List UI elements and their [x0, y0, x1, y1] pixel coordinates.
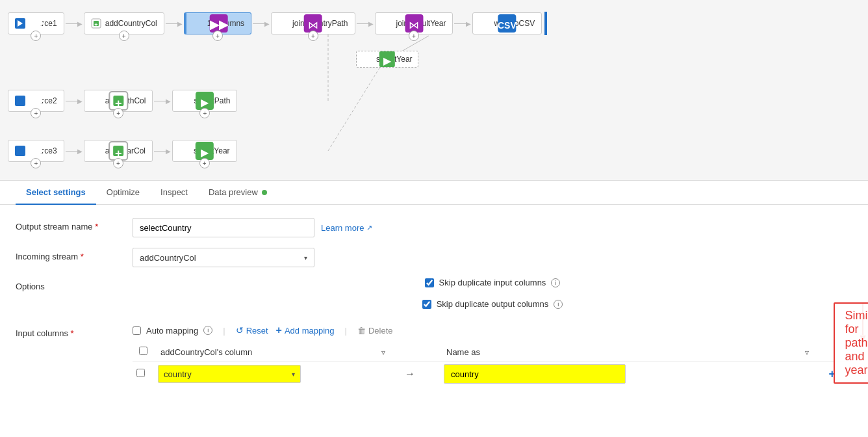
skip-output-row: Skip duplicate output columns i	[422, 299, 563, 309]
data-preview-dot	[262, 190, 267, 195]
node-label: joinCountryPath	[292, 19, 348, 28]
svg-text:+: +	[94, 21, 97, 28]
tab-optimize[interactable]: Optimize	[96, 181, 150, 205]
tab-data-preview[interactable]: Data preview	[198, 181, 277, 205]
plus-btn[interactable]: +	[199, 158, 210, 168]
floating-icon: ▶	[362, 54, 372, 64]
annotation-box: Similar for path and year	[834, 302, 868, 384]
node-label: addYearCol	[105, 146, 146, 155]
auto-mapping-info-icon[interactable]: i	[203, 326, 212, 335]
join-icon: ⋈	[278, 18, 288, 29]
plus-btn[interactable]: +	[113, 158, 123, 168]
annotation-container: Similar for path and year ▼	[858, 302, 868, 344]
plus-btn[interactable]: +	[31, 31, 41, 41]
plus-btn[interactable]: +	[409, 31, 419, 41]
input-columns-row: Input columns * Auto mapping i | ↺ Reset…	[16, 324, 852, 386]
trash-icon: 🗑	[357, 326, 366, 336]
selectpath-icon: ▶	[179, 96, 190, 106]
skip-output-checkbox[interactable]	[422, 300, 431, 309]
addpath-icon: +	[91, 96, 101, 106]
incoming-stream-content: addCountryCol ▾	[133, 248, 852, 267]
tabs-bar: Select settings Optimize Inspect Data pr…	[0, 181, 868, 205]
node-addYearCol[interactable]: + addYearCol +	[84, 140, 153, 162]
skip-input-info-icon[interactable]: i	[551, 278, 560, 287]
node-source1[interactable]: source1 +	[8, 12, 64, 34]
right-border	[544, 12, 547, 35]
row-checkbox[interactable]	[136, 369, 145, 377]
minimize-button[interactable]: —	[843, 176, 855, 181]
source3-icon	[15, 146, 25, 156]
skip-input-row: Skip duplicate input columns i	[425, 278, 561, 287]
node-label: source3	[29, 146, 57, 155]
node-joinCountryPath[interactable]: ⋈ joinCountryPath +	[271, 12, 355, 34]
output-stream-content: selectCountry Learn more ↗	[133, 218, 852, 237]
output-stream-row: Output stream name * selectCountry Learn…	[16, 218, 852, 237]
select-all-checkbox[interactable]	[139, 347, 147, 355]
arrow-2: ▶	[166, 20, 183, 27]
addyear-icon: +	[91, 146, 101, 156]
plus-icon: +	[276, 324, 282, 336]
plus-btn[interactable]: +	[212, 31, 223, 41]
selectyear-icon: ▶	[179, 146, 190, 156]
tab-inspect[interactable]: Inspect	[150, 181, 198, 205]
plus-btn[interactable]: +	[31, 158, 41, 168]
svg-rect-4	[92, 19, 101, 28]
node-addCountryCol[interactable]: + addCountryCol +	[84, 12, 164, 34]
auto-mapping-checkbox[interactable]	[133, 326, 141, 335]
floating-label: selectYear	[376, 55, 413, 64]
node-source2[interactable]: source2 +	[8, 90, 64, 112]
join2-icon: ⋈	[382, 18, 392, 29]
arrow-6: ▶	[66, 98, 83, 105]
separator: |	[223, 326, 225, 336]
auto-mapping-row: Auto mapping i	[133, 326, 212, 336]
plus-btn[interactable]: +	[31, 108, 41, 118]
column-select-wrapper: country ▾	[158, 365, 371, 383]
column-select[interactable]: country ▾	[158, 365, 301, 383]
node-joinResultYear[interactable]: ⋈ joinResultYear +	[375, 12, 453, 34]
filter-icon[interactable]: ▿	[381, 348, 385, 357]
select-icon: ▶▶	[193, 18, 203, 29]
dropdown-chevron: ▾	[292, 371, 295, 378]
svg-rect-5	[94, 21, 99, 26]
external-link-icon: ↗	[366, 224, 372, 232]
node-selectPath[interactable]: ▶ selectPath +	[172, 90, 237, 112]
node-label: writeToCSV	[494, 19, 535, 28]
node-1columns[interactable]: ▶▶ 1 Columns +	[184, 12, 251, 34]
output-stream-input[interactable]: selectCountry	[133, 218, 314, 237]
arrow-4: ▶	[357, 20, 374, 27]
mapping-table: addCountryCol's column ▿ Name as ▿	[133, 343, 852, 386]
input-columns-content: Auto mapping i | ↺ Reset + Add mapping |…	[133, 324, 852, 386]
arrow-5: ▶	[454, 20, 471, 27]
table-row: country ▾ → country	[133, 362, 852, 387]
learn-more-link[interactable]: Learn more ↗	[321, 223, 372, 233]
node-addPathCol[interactable]: + addPathCol +	[84, 90, 153, 112]
filter-icon-2[interactable]: ▿	[805, 348, 809, 357]
node-label: addCountryCol	[105, 19, 157, 28]
skip-output-info-icon[interactable]: i	[554, 300, 563, 309]
separator2: |	[345, 326, 347, 336]
node-writeToCSV[interactable]: CSV writeToCSV	[472, 12, 542, 34]
arrow-1: ▶	[66, 20, 83, 27]
floating-selectyear[interactable]: ▶ selectYear	[356, 51, 418, 68]
chevron-down-icon: ▾	[304, 254, 307, 261]
skip-input-checkbox[interactable]	[425, 278, 434, 287]
reset-button[interactable]: ↺ Reset	[236, 325, 268, 336]
node-selectYear[interactable]: ▶ selectYear +	[172, 140, 237, 162]
add-mapping-button[interactable]: + Add mapping	[276, 324, 335, 336]
plus-btn[interactable]: +	[113, 108, 123, 118]
settings-panel: Output stream name * selectCountry Learn…	[0, 205, 868, 435]
tab-select-settings[interactable]: Select settings	[16, 181, 96, 205]
incoming-stream-select[interactable]: addCountryCol ▾	[133, 248, 314, 267]
plus-btn[interactable]: +	[119, 31, 129, 41]
node-label: source1	[29, 19, 57, 28]
delete-button[interactable]: 🗑 Delete	[357, 326, 393, 336]
output-stream-label: Output stream name *	[16, 218, 120, 232]
plus-btn[interactable]: +	[308, 31, 318, 41]
node-label: source2	[29, 96, 57, 105]
node-source3[interactable]: source3 +	[8, 140, 64, 162]
plus-btn[interactable]: +	[199, 108, 210, 118]
arrow-7: ▶	[154, 98, 171, 105]
pipeline-canvas: source1 + ▶ + addCountryCol +	[0, 0, 868, 181]
name-as-input[interactable]: country	[444, 364, 626, 384]
source2-icon	[15, 96, 25, 106]
